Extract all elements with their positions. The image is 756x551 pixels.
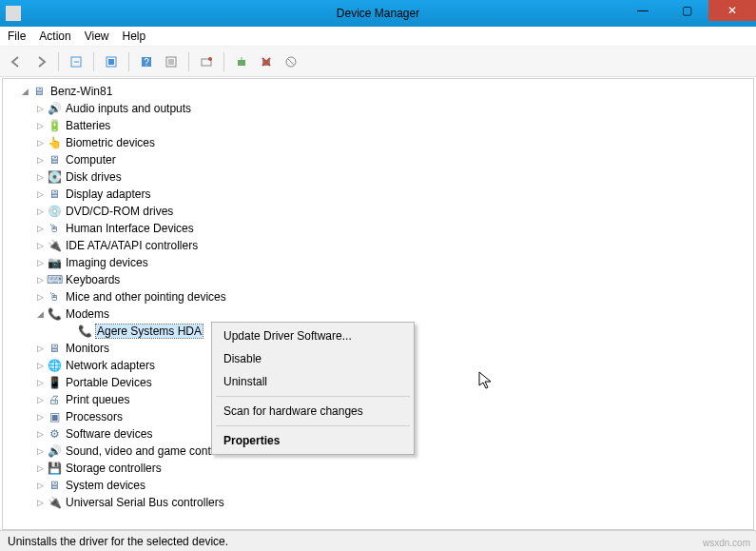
tree-item-biometric-devices[interactable]: ▷👆Biometric devices (3, 134, 753, 151)
device-label: Human Interface Devices (66, 222, 194, 235)
disclosure-icon[interactable]: ▷ (33, 138, 47, 148)
device-label: System devices (66, 479, 145, 492)
device-label: Universal Serial Bus controllers (66, 496, 224, 509)
tree-item-computer[interactable]: ▷🖥Computer (3, 151, 753, 168)
disable-icon[interactable] (281, 51, 301, 72)
disclosure-icon[interactable]: ▷ (33, 481, 47, 490)
svg-point-7 (208, 57, 212, 61)
context-menu: Update Driver Software... Disable Uninst… (211, 322, 415, 455)
tree-item-audio-inputs-and-outputs[interactable]: ▷🔊Audio inputs and outputs (3, 100, 753, 117)
device-icon: 🖱 (47, 221, 62, 236)
separator (216, 425, 410, 426)
device-icon: ⌨ (47, 272, 62, 287)
properties-icon[interactable] (161, 51, 182, 72)
disclosure-icon[interactable]: ▷ (33, 344, 47, 353)
update-driver-icon[interactable] (231, 51, 252, 72)
close-button[interactable]: ✕ (708, 0, 756, 21)
tree-item-disk-drives[interactable]: ▷💽Disk drives (3, 168, 753, 186)
status-bar: Uninstalls the driver for the selected d… (0, 530, 756, 551)
tree-item-system-devices[interactable]: ▷🖥System devices (3, 477, 753, 494)
disclosure-icon[interactable]: ▷ (33, 498, 47, 507)
tree-item-storage-controllers[interactable]: ▷💾Storage controllers (3, 460, 753, 477)
maximize-button[interactable]: ▢ (665, 0, 708, 21)
device-tree[interactable]: ◢🖥Benz-Win81▷🔊Audio inputs and outputs▷🔋… (2, 78, 754, 530)
disclosure-icon[interactable]: ▷ (33, 207, 47, 216)
disclosure-icon[interactable]: ▷ (33, 275, 47, 285)
tree-item-batteries[interactable]: ▷🔋Batteries (3, 117, 753, 134)
back-icon[interactable] (6, 51, 27, 72)
disclosure-icon[interactable]: ▷ (33, 463, 47, 473)
tree-item-keyboards[interactable]: ▷⌨Keyboards (3, 271, 753, 288)
tree-item-display-adapters[interactable]: ▷🖥Display adapters (3, 186, 753, 203)
device-label: Audio inputs and outputs (66, 102, 191, 115)
device-label: Print queues (66, 393, 129, 406)
disclosure-icon[interactable]: ▷ (33, 104, 47, 113)
tree-item-dvd-cd-rom-drives[interactable]: ▷💿DVD/CD-ROM drives (3, 203, 753, 220)
toolbar: ? (0, 47, 756, 77)
disclosure-icon[interactable]: ▷ (33, 189, 47, 199)
watermark: wsxdn.com (703, 538, 750, 548)
device-icon: 📷 (47, 255, 62, 270)
uninstall-icon[interactable] (256, 51, 277, 72)
menu-update-driver[interactable]: Update Driver Software... (214, 325, 412, 347)
forward-icon[interactable] (30, 51, 51, 72)
disclosure-icon[interactable]: ▷ (33, 172, 47, 182)
help-icon[interactable]: ? (136, 51, 157, 72)
scan-hardware-icon[interactable] (196, 51, 217, 72)
menu-uninstall[interactable]: Uninstall (214, 370, 412, 393)
disclosure-icon[interactable]: ▷ (33, 412, 47, 422)
separator (216, 396, 410, 397)
separator (93, 52, 94, 71)
disclosure-icon[interactable]: ▷ (33, 241, 47, 250)
disclosure-icon[interactable]: ▷ (33, 429, 47, 439)
device-icon: 🖥 (47, 152, 62, 167)
show-hidden-icon[interactable] (66, 51, 87, 72)
menu-properties[interactable]: Properties (214, 429, 412, 452)
disclosure-icon[interactable]: ▷ (33, 258, 47, 267)
menu-help[interactable]: Help (123, 30, 146, 43)
device-label: Keyboards (66, 273, 120, 286)
device-icon: 📱 (47, 375, 62, 390)
separator (188, 52, 189, 71)
tree-item-universal-serial-bus-controllers[interactable]: ▷🔌Universal Serial Bus controllers (3, 494, 753, 511)
disclosure-icon[interactable]: ▷ (33, 224, 47, 233)
separator (223, 52, 224, 71)
device-icon: 🔌 (47, 238, 62, 253)
disclosure-icon[interactable]: ◢ (18, 87, 31, 96)
tree-item-ide-ata-atapi-controllers[interactable]: ▷🔌IDE ATA/ATAPI controllers (3, 237, 753, 254)
tree-root[interactable]: ◢🖥Benz-Win81 (3, 83, 753, 100)
menu-view[interactable]: View (85, 30, 109, 43)
tree-item-modems[interactable]: ◢📞Modems (3, 305, 753, 323)
tree-item-imaging-devices[interactable]: ▷📷Imaging devices (3, 254, 753, 271)
window-controls: — ▢ ✕ (621, 0, 756, 21)
menu-action[interactable]: Action (39, 30, 70, 43)
disclosure-icon[interactable]: ▷ (33, 395, 47, 404)
device-label: Biometric devices (66, 136, 155, 149)
menu-disable[interactable]: Disable (214, 347, 412, 370)
device-icon: 🖨 (47, 392, 62, 407)
tree-item-mice-and-other-pointing-devices[interactable]: ▷🖱Mice and other pointing devices (3, 288, 753, 305)
menu-file[interactable]: File (8, 30, 26, 43)
device-label: Modems (66, 307, 109, 321)
device-label: Display adapters (66, 187, 150, 201)
device-icon: ▣ (47, 409, 62, 424)
view-icon[interactable] (101, 51, 122, 72)
device-icon: 💿 (47, 204, 62, 219)
tree-item-human-interface-devices[interactable]: ▷🖱Human Interface Devices (3, 220, 753, 237)
disclosure-icon[interactable]: ▷ (33, 361, 47, 370)
device-icon: 💽 (47, 169, 62, 185)
minimize-button[interactable]: — (621, 0, 665, 21)
device-label: Storage controllers (66, 462, 162, 475)
device-icon: 🔊 (47, 443, 62, 459)
disclosure-icon[interactable]: ▷ (33, 121, 47, 130)
menu-scan-hardware[interactable]: Scan for hardware changes (214, 400, 412, 423)
device-label: Processors (66, 410, 123, 423)
device-icon: 🖱 (47, 289, 62, 305)
disclosure-icon[interactable]: ▷ (33, 446, 47, 456)
device-icon: 🔌 (47, 495, 62, 510)
disclosure-icon[interactable]: ▷ (33, 378, 47, 387)
disclosure-icon[interactable]: ◢ (33, 309, 47, 319)
device-icon: 🖥 (47, 478, 62, 493)
disclosure-icon[interactable]: ▷ (33, 155, 47, 165)
disclosure-icon[interactable]: ▷ (33, 292, 47, 302)
